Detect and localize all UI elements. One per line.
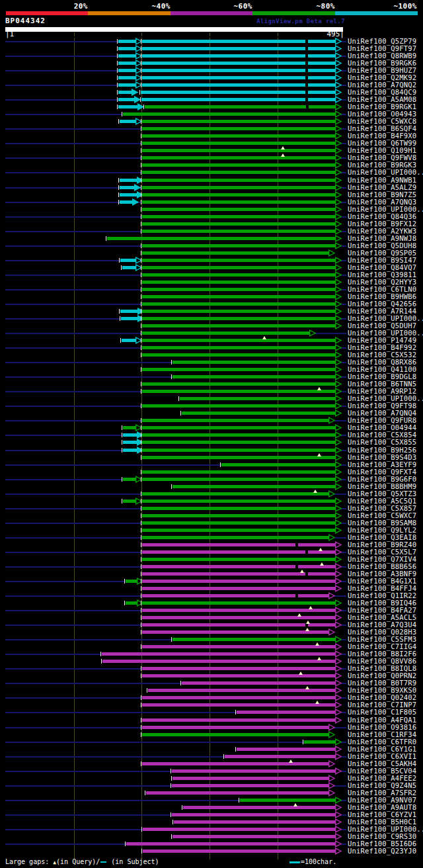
alignment-segment[interactable] xyxy=(118,105,137,108)
alignment-bar[interactable] xyxy=(142,470,335,474)
alignment-bar[interactable] xyxy=(142,193,335,196)
alignment-bar[interactable] xyxy=(174,820,335,824)
alignment-bar[interactable] xyxy=(182,412,335,415)
alignment-segment[interactable] xyxy=(122,266,135,269)
alignment-bar[interactable] xyxy=(102,652,335,656)
alignment-bar[interactable] xyxy=(107,237,335,240)
alignment-bar[interactable] xyxy=(142,281,335,284)
alignment-bar[interactable] xyxy=(142,215,335,218)
alignment-segment[interactable] xyxy=(123,426,135,429)
alignment-bar[interactable] xyxy=(142,433,335,437)
alignment-bar[interactable] xyxy=(142,142,335,145)
alignment-bar[interactable] xyxy=(172,769,335,773)
alignment-bar[interactable] xyxy=(142,230,335,233)
alignment-bar[interactable] xyxy=(142,426,335,429)
alignment-segment[interactable] xyxy=(123,449,137,452)
alignment-bar[interactable] xyxy=(102,660,335,663)
alignment-segment[interactable] xyxy=(118,76,135,79)
alignment-bar[interactable] xyxy=(142,543,335,546)
alignment-bar[interactable] xyxy=(142,353,335,357)
alignment-bar[interactable] xyxy=(142,616,335,619)
alignment-segment[interactable] xyxy=(118,98,134,101)
alignment-bar[interactable] xyxy=(142,441,335,444)
alignment-bar[interactable] xyxy=(142,120,335,123)
alignment-bar[interactable] xyxy=(142,587,335,590)
alignment-bar[interactable] xyxy=(172,813,335,816)
alignment-bar[interactable] xyxy=(142,302,335,306)
alignment-segment[interactable] xyxy=(118,54,135,58)
alignment-bar[interactable] xyxy=(142,127,335,130)
uniref-label[interactable]: UniRef100_C1F805 xyxy=(348,709,416,716)
alignment-bar[interactable] xyxy=(142,667,335,670)
alignment-bar[interactable] xyxy=(142,514,335,517)
uniref-label[interactable]: UniRef100_C5X855 xyxy=(348,439,416,446)
alignment-segment[interactable] xyxy=(123,499,135,503)
alignment-bar[interactable] xyxy=(173,361,335,364)
alignment-bar[interactable] xyxy=(142,346,335,349)
alignment-bar[interactable] xyxy=(173,835,335,838)
alignment-bar[interactable] xyxy=(173,638,335,641)
alignment-bar[interactable] xyxy=(143,849,335,853)
alignment-bar[interactable] xyxy=(126,842,335,846)
alignment-bar[interactable] xyxy=(142,703,335,707)
alignment-segment[interactable] xyxy=(120,259,135,262)
alignment-bar[interactable] xyxy=(142,733,328,736)
alignment-bar[interactable] xyxy=(142,521,335,525)
alignment-bar[interactable] xyxy=(142,179,335,182)
alignment-bar[interactable] xyxy=(142,222,335,226)
alignment-bar[interactable] xyxy=(142,295,335,298)
alignment-bar[interactable] xyxy=(173,777,328,780)
alignment-bar[interactable] xyxy=(173,375,335,378)
alignment-bar[interactable] xyxy=(142,339,335,342)
alignment-segment[interactable] xyxy=(118,40,135,43)
alignment-bar[interactable] xyxy=(142,186,335,189)
alignment-bar[interactable] xyxy=(142,507,335,510)
alignment-bar[interactable] xyxy=(142,762,328,765)
alignment-bar[interactable] xyxy=(142,499,335,503)
alignment-bar[interactable] xyxy=(142,382,335,386)
alignment-segment[interactable] xyxy=(123,441,137,444)
alignment-segment[interactable] xyxy=(120,200,132,204)
alignment-segment[interactable] xyxy=(118,91,132,94)
alignment-bar[interactable] xyxy=(142,310,335,313)
alignment-segment[interactable] xyxy=(118,83,135,87)
alignment-bar[interactable] xyxy=(142,324,335,327)
alignment-bar[interactable] xyxy=(173,485,335,488)
alignment-bar[interactable] xyxy=(142,449,335,452)
alignment-bar[interactable] xyxy=(142,609,335,612)
alignment-bar[interactable] xyxy=(142,580,335,583)
alignment-bar[interactable] xyxy=(142,601,335,605)
alignment-segment[interactable] xyxy=(118,69,135,72)
alignment-bar[interactable] xyxy=(142,478,335,481)
alignment-bar[interactable] xyxy=(180,397,335,400)
alignment-bar[interactable] xyxy=(142,594,328,597)
alignment-bar[interactable] xyxy=(142,645,335,648)
alignment-bar[interactable] xyxy=(142,390,335,393)
alignment-bar[interactable] xyxy=(142,696,335,699)
alignment-bar[interactable] xyxy=(142,630,328,634)
alignment-bar[interactable] xyxy=(221,463,335,466)
alignment-segment[interactable] xyxy=(120,193,137,196)
alignment-bar[interactable] xyxy=(142,674,335,677)
alignment-bar[interactable] xyxy=(142,244,335,247)
alignment-bar[interactable] xyxy=(172,784,328,787)
alignment-bar[interactable] xyxy=(237,711,335,714)
alignment-segment[interactable] xyxy=(120,186,134,189)
alignment-bar[interactable] xyxy=(225,755,335,758)
alignment-bar[interactable] xyxy=(304,740,335,744)
alignment-bar[interactable] xyxy=(142,134,335,138)
alignment-bar[interactable] xyxy=(142,317,335,320)
alignment-bar[interactable] xyxy=(142,251,328,255)
alignment-bar[interactable] xyxy=(240,799,335,802)
alignment-bar[interactable] xyxy=(142,331,309,335)
alignment-segment[interactable] xyxy=(126,580,137,583)
alignment-bar[interactable] xyxy=(142,565,335,568)
uniref-label[interactable]: UniRef100_Q23YJ0 xyxy=(348,847,416,855)
alignment-bar[interactable] xyxy=(142,456,335,459)
alignment-bar[interactable] xyxy=(142,171,335,174)
alignment-segment[interactable] xyxy=(122,339,135,342)
alignment-bar[interactable] xyxy=(142,726,328,729)
alignment-bar[interactable] xyxy=(237,748,335,751)
alignment-segment[interactable] xyxy=(118,62,135,65)
alignment-segment[interactable] xyxy=(120,120,135,123)
